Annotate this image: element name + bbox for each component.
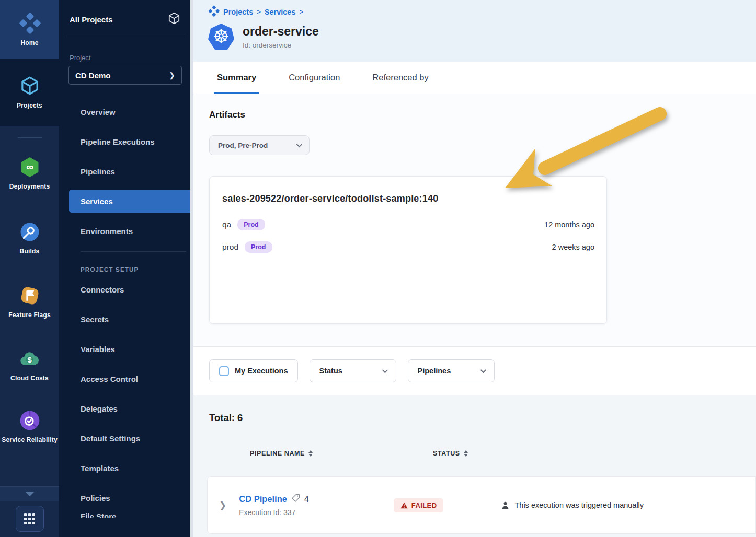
artifacts-title: Artifacts — [209, 110, 756, 120]
rail-item-home[interactable]: Home — [0, 0, 59, 59]
my-executions-toggle[interactable]: My Executions — [209, 359, 298, 382]
project-sidebar: All Projects Project CD Demo ❯ Overview … — [59, 0, 193, 537]
status-filter-dropdown[interactable]: Status — [310, 359, 396, 382]
svg-text:$: $ — [27, 356, 32, 364]
sidebar-item-overview[interactable]: Overview — [59, 97, 193, 127]
sidebar-item-access-control[interactable]: Access Control — [59, 364, 193, 394]
environment-filter-value: Prod, Pre-Prod — [218, 142, 268, 149]
harness-logo-icon — [208, 5, 220, 18]
sidebar-nav: Overview Pipeline Executions Pipelines S… — [59, 97, 193, 246]
column-label: STATUS — [433, 450, 460, 457]
column-status[interactable]: STATUS — [433, 450, 468, 457]
trigger-text: This execution was triggered manually — [514, 501, 644, 509]
pipelines-filter-label: Pipelines — [418, 367, 451, 375]
sidebar-item-policies[interactable]: Policies — [59, 483, 193, 513]
service-header: Projects > Services > ☸ order-service Id… — [193, 0, 756, 62]
sidebar-item-delegates[interactable]: Delegates — [59, 394, 193, 424]
harness-logo-icon — [19, 12, 41, 34]
executions-section: Total: 6 PIPELINE NAME STATUS ❯ CD Pipel… — [193, 395, 756, 537]
execution-row[interactable]: ❯ CD Pipeline 4 Execution Id: 337 — [207, 476, 756, 534]
execution-id: Execution Id: 337 — [239, 508, 309, 517]
module-grid-button[interactable] — [16, 506, 44, 532]
rail-collapse-band[interactable] — [0, 487, 59, 501]
sidebar-item-pipelines[interactable]: Pipelines — [59, 157, 193, 186]
all-projects-row[interactable]: All Projects — [59, 0, 193, 37]
sidebar-item-file-store-partial[interactable]: File Store — [59, 513, 193, 518]
rail-divider — [18, 137, 42, 138]
warning-triangle-icon — [400, 502, 408, 509]
sidebar-item-templates[interactable]: Templates — [59, 453, 193, 483]
breadcrumb-projects[interactable]: Projects — [223, 8, 253, 16]
harness-app: Home Projects ∞ Deployments Builds Fe — [0, 0, 756, 537]
pipeline-name-link[interactable]: CD Pipeline — [239, 494, 287, 504]
artifacts-section: Artifacts Prod, Pre-Prod sales-209522/or… — [193, 94, 756, 346]
sort-icon — [308, 450, 313, 457]
rail-item-deployments[interactable]: ∞ Deployments — [9, 156, 50, 191]
artifact-env-row: qa Prod 12 months ago — [222, 219, 594, 230]
chevron-right-icon: ❯ — [169, 71, 175, 79]
grid-icon — [24, 513, 35, 524]
tab-bar: Summary Configuration Referenced by — [193, 62, 756, 94]
executions-table-header: PIPELINE NAME STATUS — [209, 450, 756, 457]
chevron-down-icon — [25, 492, 35, 496]
builds-icon — [19, 221, 41, 243]
project-label: Project — [70, 54, 193, 62]
artifact-env-row: prod Prod 2 weeks ago — [222, 241, 594, 253]
tab-summary[interactable]: Summary — [217, 62, 256, 94]
chevron-down-icon — [480, 367, 486, 373]
breadcrumb-separator: > — [257, 8, 261, 16]
rail-item-projects[interactable]: Projects — [0, 59, 59, 126]
my-executions-checkbox[interactable] — [219, 366, 229, 376]
kubernetes-icon: ☸ — [208, 24, 234, 50]
sort-icon — [464, 450, 468, 457]
deployments-icon: ∞ — [19, 156, 41, 178]
status-text: FAILED — [411, 501, 437, 509]
flag-icon — [19, 285, 41, 307]
rail-label-home: Home — [20, 39, 38, 47]
project-selector[interactable]: CD Demo ❯ — [68, 66, 182, 85]
sidebar-item-pipeline-executions[interactable]: Pipeline Executions — [59, 127, 193, 157]
project-name: CD Demo — [75, 71, 111, 80]
artifact-card[interactable]: sales-209522/order-service/todolist-samp… — [209, 176, 607, 324]
project-setup-header: PROJECT SETUP — [81, 266, 193, 273]
rail-item-feature-flags[interactable]: Feature Flags — [8, 285, 51, 319]
main-content: Projects > Services > ☸ order-service Id… — [193, 0, 756, 537]
rail-bottom — [0, 486, 59, 537]
rail-label-service-reliability: Service Reliability — [2, 436, 58, 444]
rail-label-feature-flags: Feature Flags — [8, 311, 51, 319]
chevron-down-icon — [296, 142, 302, 147]
sidebar-item-default-settings[interactable]: Default Settings — [59, 424, 193, 453]
chevron-down-icon — [382, 367, 387, 373]
tab-referenced-by[interactable]: Referenced by — [372, 62, 428, 94]
tag-icon — [291, 494, 300, 505]
sidebar-item-connectors[interactable]: Connectors — [59, 275, 193, 305]
rail-item-service-reliability[interactable]: Service Reliability — [2, 410, 58, 444]
service-id: Id: orderservice — [243, 41, 319, 49]
environment-filter-dropdown[interactable]: Prod, Pre-Prod — [209, 135, 310, 155]
cube-outline-icon[interactable] — [167, 11, 181, 27]
sidebar-item-variables[interactable]: Variables — [59, 334, 193, 364]
tab-configuration[interactable]: Configuration — [289, 62, 340, 94]
expand-chevron-icon[interactable]: ❯ — [219, 500, 226, 511]
reliability-icon — [19, 410, 41, 431]
svg-text:∞: ∞ — [26, 161, 33, 172]
status-filter-label: Status — [319, 367, 342, 375]
deploy-time: 2 weeks ago — [552, 243, 594, 251]
executions-filter-bar: My Executions Status Pipelines — [193, 346, 756, 395]
breadcrumb-services[interactable]: Services — [265, 8, 296, 16]
executions-total: Total: 6 — [209, 412, 756, 424]
service-title-row: ☸ order-service Id: orderservice — [208, 24, 756, 50]
sidebar-item-secrets[interactable]: Secrets — [59, 305, 193, 334]
rail-item-builds[interactable]: Builds — [19, 221, 41, 255]
env-type-badge: Prod — [245, 241, 272, 253]
cloud-dollar-icon: $ — [19, 348, 41, 370]
pipelines-filter-dropdown[interactable]: Pipelines — [408, 359, 495, 382]
column-pipeline-name[interactable]: PIPELINE NAME — [250, 450, 313, 457]
sidebar-item-environments[interactable]: Environments — [59, 216, 193, 246]
rail-item-cloud-costs[interactable]: $ Cloud Costs — [10, 348, 49, 382]
rail-label-cloud-costs: Cloud Costs — [10, 374, 49, 382]
my-executions-label: My Executions — [235, 367, 288, 375]
trigger-cell: This execution was triggered manually — [501, 501, 644, 510]
sidebar-item-services[interactable]: Services — [69, 190, 193, 213]
sidebar-divider — [81, 251, 186, 252]
